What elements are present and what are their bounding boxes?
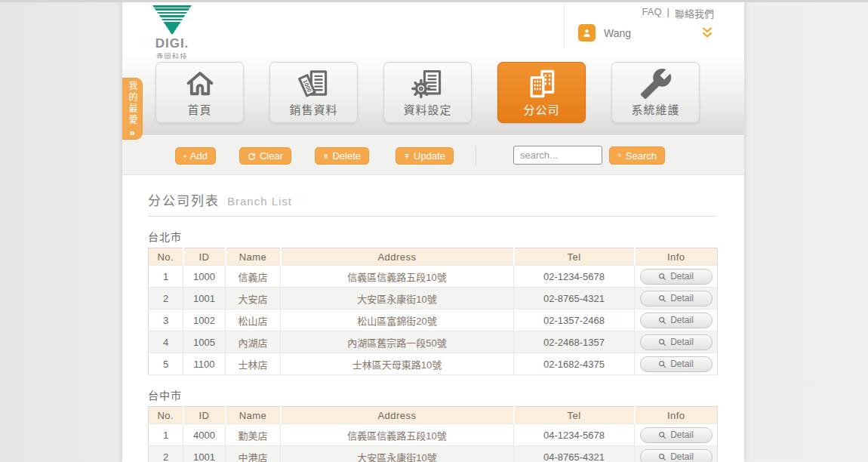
table-row: 31002松山店松山區富錦街20號02-1357-2468Detail [149,310,718,331]
column-header: ID [183,407,226,424]
detail-button[interactable]: Detail [640,269,713,285]
cell-id: 1000 [183,266,226,288]
detail-button-label: Detail [670,293,694,303]
table-row: 51100士林店士林區天母東路10號02-1682-4375Detail [149,353,718,375]
favorites-tab-label: 我的最愛 [128,81,137,126]
search-input[interactable] [513,146,602,165]
cell-id: 4000 [183,424,226,446]
toolbar: Add Clear Delete Update Search [122,136,744,175]
upload-icon [404,152,410,161]
column-header: Address [281,248,514,266]
column-header: ID [183,248,226,266]
cell-info: Detail [635,266,718,288]
magnifier-icon [658,316,666,325]
nav-tab-label: 資料設定 [403,104,451,116]
cell-name: 大安店 [226,288,281,310]
nav-tab[interactable]: 系統維護 [611,62,700,123]
column-header: Tel [514,248,635,266]
detail-button-label: Detail [670,271,694,282]
contact-link[interactable]: 聯絡我們 [675,6,714,20]
cell-tel: 02-8765-4321 [514,288,635,310]
search-button[interactable]: Search [609,146,665,165]
clear-button[interactable]: Clear [239,147,291,165]
branch-table: No.IDNameAddressTelInfo 14000勤美店信義區信義路五段… [148,406,718,462]
cell-address: 士林區天母東路10號 [281,353,514,375]
detail-button-label: Detail [670,359,694,369]
detail-button[interactable]: Detail [640,313,713,328]
magnifier-icon [658,431,666,439]
page-title-en: Branch List [227,195,292,208]
top-links: FAQ | 聯絡我們 [642,6,714,20]
main-content: 分公司列表 Branch List 台北市 No.IDNameAddressTe… [122,175,744,462]
wrench-icon [612,63,699,104]
detail-button[interactable]: Detail [640,291,713,306]
page-title-zh: 分公司列表 [148,190,220,209]
branch-section: 台中市 No.IDNameAddressTelInfo 14000勤美店信義區信… [148,387,744,462]
detail-button-label: Detail [670,430,694,440]
logo-triangle-icon [152,5,192,35]
column-header: Tel [514,407,635,424]
detail-button[interactable]: Detail [640,356,713,372]
cell-tel: 02-1357-2468 [514,310,635,331]
magnifier-icon [658,273,666,281]
plus-circle-icon [183,152,186,161]
cell-id: 1001 [183,446,226,462]
update-button[interactable]: Update [396,147,454,165]
content-column: DIGI. 寺岡科技 FAQ | 聯絡我們 Wang 首頁 銷售資 [122,0,744,462]
receipt-icon [270,63,357,104]
cell-name: 中港店 [226,446,281,462]
search-button-label: Search [626,150,657,162]
favorites-tab[interactable]: 我的最愛 » [122,78,143,140]
cell-no: 2 [149,288,183,310]
cell-tel: 02-2468-1357 [514,331,635,353]
header-divider [564,4,565,48]
page-title: 分公司列表 Branch List [148,190,744,209]
toolbar-divider [476,146,476,166]
user-area[interactable]: Wang [578,24,631,42]
trash-icon [323,152,328,161]
nav-tab-label: 分公司 [523,104,559,116]
add-button-label: Add [190,150,208,162]
nav-tab[interactable]: 首頁 [155,62,244,123]
cell-name: 士林店 [226,353,281,375]
table-row: 41005內湖店內湖區舊宗路一段50號02-2468-1357Detail [149,331,718,353]
search-icon [617,151,622,160]
detail-button-label: Detail [670,337,694,347]
column-header: Name [226,407,281,424]
cell-address: 大安區永康街10號 [281,446,514,462]
title-rule [148,216,717,217]
magnifier-icon [658,360,666,368]
cell-address: 內湖區舊宗路一段50號 [281,331,514,353]
detail-button[interactable]: Detail [640,334,713,350]
column-header: No. [149,248,183,266]
add-button[interactable]: Add [175,147,216,165]
detail-button[interactable]: Detail [640,427,713,443]
nav-tab[interactable]: 分公司 [497,62,586,123]
delete-button[interactable]: Delete [315,147,369,165]
city-label: 台北市 [148,229,744,244]
branch-section: 台北市 No.IDNameAddressTelInfo 11000信義店信義區信… [148,229,744,375]
cell-info: Detail [635,310,718,331]
cell-address: 松山區富錦街20號 [281,310,514,331]
cell-tel: 02-1682-4375 [514,353,635,375]
cell-info: Detail [635,331,718,353]
column-header: Info [635,407,718,424]
cell-no: 1 [149,266,183,288]
cell-info: Detail [635,424,718,446]
faq-link[interactable]: FAQ [642,6,662,20]
nav-tab[interactable]: 資料設定 [383,62,472,123]
user-menu-chevron-icon[interactable] [700,26,714,39]
update-button-label: Update [414,150,445,162]
column-header: Name [226,248,281,266]
table-row: 14000勤美店信義區信義路五段10號04-1234-5678Detail [149,424,718,446]
column-header: Address [281,407,514,424]
detail-button[interactable]: Detail [640,449,713,462]
cell-name: 內湖店 [226,331,281,353]
cell-id: 1005 [183,331,226,353]
clear-button-label: Clear [260,150,283,162]
cell-no: 1 [149,424,183,446]
gear-doc-icon [384,63,471,104]
nav-tab[interactable]: 銷售資料 [269,62,358,123]
magnifier-icon [658,338,666,346]
cell-address: 大安區永康街10號 [281,288,514,310]
